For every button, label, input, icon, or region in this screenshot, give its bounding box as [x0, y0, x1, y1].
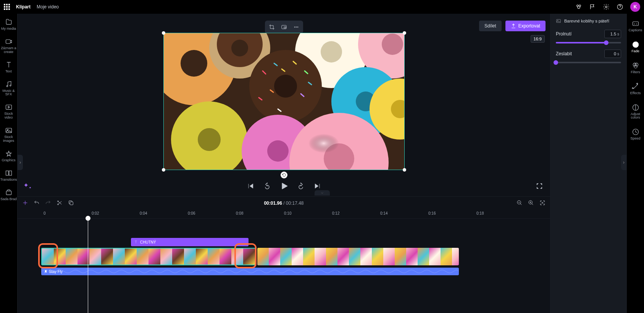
resize-handle-tr[interactable]	[403, 31, 406, 35]
redo-icon[interactable]	[45, 200, 51, 207]
copy-icon[interactable]	[68, 200, 74, 207]
svg-point-57	[557, 20, 558, 21]
clip-thumbnail	[196, 249, 208, 265]
selection-frame	[163, 33, 405, 170]
add-icon[interactable]	[22, 200, 28, 207]
rotate-handle[interactable]	[281, 172, 287, 178]
aspect-ratio-badge[interactable]: 16:9	[531, 35, 545, 43]
video-preview[interactable]	[163, 33, 405, 170]
split-icon[interactable]	[56, 200, 63, 207]
fade-out-input[interactable]: 0s	[604, 50, 621, 58]
fade-in-slider[interactable]	[556, 42, 621, 43]
apps-menu-icon[interactable]	[4, 4, 10, 10]
resize-handle-bl[interactable]	[162, 168, 165, 172]
sidebar-item-filters[interactable]: Filters	[627, 59, 644, 77]
magic-icon[interactable]	[24, 181, 33, 191]
ruler-tick: 0:04	[140, 211, 147, 215]
share-button[interactable]: Sdílet	[479, 21, 502, 31]
sidebar-item-transitions[interactable]: Transitions	[0, 167, 17, 184]
text-clip[interactable]: CHUTNÝ	[131, 238, 249, 246]
clip-thumbnail	[172, 249, 184, 265]
fade-in-input[interactable]: 1.5s	[604, 30, 621, 38]
center-area: Sdílet Exportovat 16:9	[18, 14, 550, 313]
clip-thumbnail	[220, 249, 231, 265]
rewind-icon[interactable]	[263, 181, 272, 191]
skip-start-icon[interactable]	[246, 181, 255, 191]
sidebar-item-graphics[interactable]: Graphics	[0, 148, 17, 165]
pip-icon[interactable]	[278, 22, 290, 32]
sidebar-item-text[interactable]: Text	[0, 59, 17, 76]
transport-controls	[18, 181, 550, 191]
svg-point-6	[10, 85, 11, 86]
svg-point-60	[633, 63, 636, 66]
fade-out-slider[interactable]	[556, 62, 621, 63]
playhead[interactable]	[88, 219, 88, 313]
settings-icon[interactable]	[603, 3, 610, 10]
play-icon[interactable]	[279, 181, 289, 191]
svg-point-0	[577, 5, 579, 7]
label: Text	[5, 70, 12, 74]
sidebar-item-stockvideo[interactable]: Stock video	[0, 101, 17, 122]
sidebar-item-media[interactable]: My media	[0, 16, 17, 33]
more-icon[interactable]	[291, 22, 302, 32]
svg-point-9	[7, 129, 8, 130]
ruler-tick: 0:14	[380, 211, 387, 215]
clip-thumbnail	[315, 248, 326, 265]
label: Sada Brad	[0, 197, 17, 201]
svg-point-61	[635, 63, 638, 66]
undo-icon[interactable]	[34, 200, 40, 207]
forward-icon[interactable]	[296, 181, 305, 191]
sidebar-item-stockimages[interactable]: Stock images	[0, 124, 17, 145]
help-icon[interactable]	[617, 3, 623, 10]
sidebar-item-brand[interactable]: Sada Brad	[0, 186, 17, 204]
svg-rect-7	[6, 105, 11, 110]
crop-icon[interactable]	[266, 22, 278, 32]
export-button[interactable]: Exportovat	[505, 21, 546, 31]
clip-thumbnail	[395, 248, 406, 265]
zoom-fit-icon[interactable]	[539, 200, 546, 207]
clip-thumbnail	[54, 249, 66, 265]
project-name[interactable]: Moje video	[37, 4, 59, 10]
sidebar-item-effects[interactable]: Effects	[627, 80, 644, 98]
ruler-tick: 0:06	[188, 211, 195, 215]
sidebar-item-adjust[interactable]: Adjust colors	[627, 101, 644, 122]
timeline-collapse-toggle[interactable]	[315, 190, 330, 196]
audio-clip[interactable]: Stay Fly	[41, 268, 459, 275]
clip-thumbnail	[406, 248, 418, 265]
sidebar-item-music[interactable]: Music & SFX	[0, 78, 17, 99]
clip-thumbnail	[337, 248, 349, 265]
video-clip-1[interactable]	[41, 248, 256, 265]
zoom-out-icon[interactable]	[516, 200, 523, 207]
sidebar-item-fade[interactable]: Fade	[627, 39, 644, 56]
resize-handle-tl[interactable]	[162, 31, 165, 35]
clip-name: Barevné koblihy s páteří	[564, 19, 609, 23]
svg-point-15	[294, 27, 295, 27]
ruler-tick: 0:02	[92, 211, 99, 215]
sidebar-item-captions[interactable]: Captions	[627, 18, 644, 35]
achievements-icon[interactable]	[575, 3, 582, 10]
user-avatar[interactable]: K	[630, 2, 640, 12]
app-name: Klipart	[16, 4, 31, 10]
audio-clip-label: Stay Fly	[49, 270, 63, 274]
ruler-tick: 0:08	[236, 211, 243, 215]
resize-handle-br[interactable]	[403, 168, 406, 172]
skip-end-icon[interactable]	[313, 181, 322, 191]
svg-point-16	[296, 27, 297, 27]
flag-icon[interactable]	[589, 3, 596, 10]
sidebar-item-record[interactable]: Záznam a create	[0, 35, 17, 56]
svg-rect-11	[9, 171, 11, 175]
zoom-in-icon[interactable]	[528, 200, 534, 207]
video-clip-2[interactable]	[257, 248, 459, 265]
sidebar-item-speed[interactable]: Speed	[627, 126, 644, 143]
svg-point-1	[579, 5, 581, 7]
label: Stock images	[0, 135, 17, 143]
clip-thumbnail	[326, 248, 337, 265]
timeline-ruler[interactable]: 00:020:040:060:080:100:120:140:160:18	[18, 210, 550, 219]
right-panel-toggle[interactable]: ›	[621, 155, 626, 170]
timeline-tracks[interactable]: CHUTNÝ Stay Fly	[18, 219, 550, 313]
clip-thumbnail	[257, 248, 269, 265]
svg-rect-58	[633, 22, 638, 26]
clip-thumbnail	[208, 249, 220, 265]
ruler-tick: 0:12	[332, 211, 339, 215]
fullscreen-icon[interactable]	[535, 181, 544, 191]
